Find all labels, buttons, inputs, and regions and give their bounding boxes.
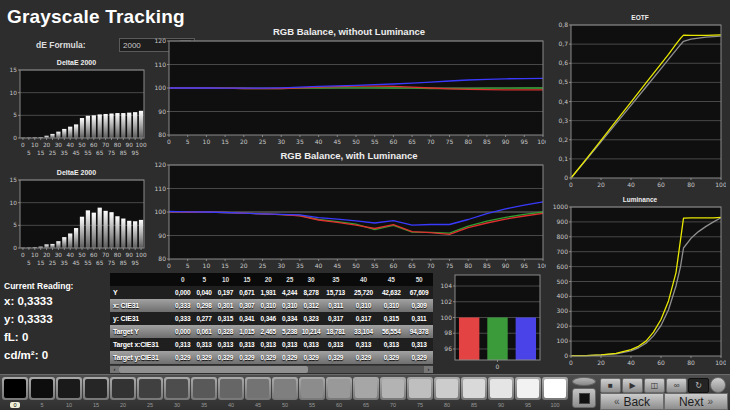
table-cell: 2,465 xyxy=(258,325,279,338)
table-cell: 0,313 xyxy=(215,338,236,351)
svg-text:55: 55 xyxy=(84,150,92,156)
svg-text:80: 80 xyxy=(114,142,122,148)
svg-text:70: 70 xyxy=(102,142,110,148)
play-icon[interactable]: ▶ xyxy=(622,378,643,393)
continuous-read-icon[interactable]: ∞ xyxy=(666,378,687,393)
table-cell: 0,309 xyxy=(405,299,433,312)
table-cell: 5,238 xyxy=(279,325,300,338)
svg-text:45: 45 xyxy=(333,262,341,269)
svg-text:102: 102 xyxy=(441,298,453,305)
svg-text:10: 10 xyxy=(10,200,18,206)
table-row: y: CIE310,3330,2770,3150,3410,3460,3340,… xyxy=(110,312,433,325)
patch-frame xyxy=(407,377,433,400)
grayscale-patch-20[interactable]: 20 xyxy=(110,377,136,408)
rgb-levels-chart: 96981001021040 xyxy=(436,272,546,375)
grayscale-patch-30[interactable]: 30 xyxy=(164,377,190,408)
table-cell: 15,713 xyxy=(322,286,350,299)
grayscale-patch-90[interactable]: 90 xyxy=(488,377,514,408)
patch-frame xyxy=(29,377,55,400)
svg-text:100: 100 xyxy=(441,314,453,321)
svg-text:35: 35 xyxy=(296,262,304,269)
svg-text:0,2: 0,2 xyxy=(558,136,568,143)
rgb-with-plot: 8090100110120051015202530354045505560657… xyxy=(152,162,546,276)
grayscale-patch-70[interactable]: 70 xyxy=(380,377,406,408)
grayscale-patch-65[interactable]: 65 xyxy=(353,377,379,408)
delta-e-top-plot: 0510150510152025303540455055606570758085… xyxy=(5,67,148,166)
scrollbar-thumb[interactable] xyxy=(119,366,308,373)
back-button[interactable]: « Back xyxy=(600,393,664,410)
svg-text:30: 30 xyxy=(55,252,63,258)
grayscale-patch-35[interactable]: 35 xyxy=(191,377,217,408)
patch-label: 100 xyxy=(542,402,568,408)
navigation-buttons: « Back Next » xyxy=(600,393,728,410)
toggle-circle-icon[interactable] xyxy=(710,377,726,393)
table-cell: 0,341 xyxy=(236,312,257,325)
table-cell: 0,310 xyxy=(377,299,405,312)
next-button[interactable]: Next » xyxy=(664,393,728,410)
table-row: Target Y0,0000,0610,3281,0152,4655,23810… xyxy=(110,325,433,338)
svg-text:900: 900 xyxy=(557,218,569,225)
rgb-without-svg: 8090100110120051015202530354045505560657… xyxy=(152,38,546,148)
svg-text:500: 500 xyxy=(557,278,569,285)
delta-e-bottom-plot: 0510150510152025303540455055606570758085… xyxy=(5,177,148,276)
svg-text:600: 600 xyxy=(557,263,569,270)
svg-text:15: 15 xyxy=(221,262,229,269)
grayscale-patch-55[interactable]: 55 xyxy=(299,377,325,408)
grayscale-patch-15[interactable]: 15 xyxy=(83,377,109,408)
svg-text:10: 10 xyxy=(31,252,39,258)
table-cell: 0,329 xyxy=(322,351,350,364)
grayscale-patch-45[interactable]: 45 xyxy=(245,377,271,408)
scroll-left-icon[interactable]: ‹ xyxy=(110,366,119,373)
grayscale-patch-5[interactable]: 5 xyxy=(29,377,55,408)
table-cell: 0,315 xyxy=(215,312,236,325)
grayscale-patch-0[interactable]: 0 xyxy=(2,377,28,408)
svg-text:5: 5 xyxy=(13,112,17,118)
svg-text:60: 60 xyxy=(90,142,98,148)
svg-text:20: 20 xyxy=(240,262,248,269)
patch-swatch xyxy=(544,379,566,398)
patch-label: 5 xyxy=(29,402,55,408)
sync-icon[interactable]: ↻ xyxy=(688,378,709,393)
table-cell: 0,329 xyxy=(279,351,300,364)
grayscale-patch-25[interactable]: 25 xyxy=(137,377,163,408)
svg-text:75: 75 xyxy=(446,262,454,269)
svg-text:5: 5 xyxy=(186,138,190,145)
grayscale-patch-95[interactable]: 95 xyxy=(515,377,541,408)
svg-text:96: 96 xyxy=(444,345,452,352)
svg-text:45: 45 xyxy=(72,150,80,156)
grayscale-patch-strip: 0510152025303540455055606570758085909510… xyxy=(2,377,568,408)
patch-label: 40 xyxy=(218,402,244,408)
svg-text:400: 400 xyxy=(557,292,569,299)
svg-text:110: 110 xyxy=(155,185,167,192)
grayscale-patch-100[interactable]: 100 xyxy=(542,377,568,408)
svg-text:85: 85 xyxy=(120,260,128,266)
table-cell: 0,311 xyxy=(322,299,350,312)
patch-window-button[interactable] xyxy=(572,388,596,408)
svg-text:100: 100 xyxy=(537,138,546,145)
patch-frame xyxy=(515,377,541,400)
grayscale-patch-40[interactable]: 40 xyxy=(218,377,244,408)
chart-title: EOTF xyxy=(552,14,728,22)
svg-text:65: 65 xyxy=(96,260,104,266)
table-cell: 0,329 xyxy=(172,351,193,364)
patch-swatch xyxy=(490,379,512,398)
grayscale-patch-80[interactable]: 80 xyxy=(434,377,460,408)
grayscale-patch-10[interactable]: 10 xyxy=(56,377,82,408)
scroll-right-icon[interactable]: › xyxy=(424,366,433,373)
grayscale-patch-75[interactable]: 75 xyxy=(407,377,433,408)
stop-icon[interactable]: ■ xyxy=(600,378,621,393)
de-formula-label: dE Formula: xyxy=(36,40,86,50)
scrollbar-track[interactable] xyxy=(119,366,424,373)
svg-text:100: 100 xyxy=(155,208,167,215)
table-column-header: 20 xyxy=(258,273,279,286)
grayscale-patch-50[interactable]: 50 xyxy=(272,377,298,408)
patch-option-button[interactable] xyxy=(572,377,596,386)
table-cell: 1,015 xyxy=(236,325,257,338)
save-icon[interactable]: ◫ xyxy=(644,378,665,393)
grayscale-patch-85[interactable]: 85 xyxy=(461,377,487,408)
svg-text:85: 85 xyxy=(483,138,491,145)
grayscale-data-table: 05101520253035404550Y0,0000,0400,1970,67… xyxy=(110,273,433,373)
grayscale-patch-60[interactable]: 60 xyxy=(326,377,352,408)
table-scrollbar[interactable]: ‹ › xyxy=(110,365,433,373)
svg-text:10: 10 xyxy=(203,262,211,269)
